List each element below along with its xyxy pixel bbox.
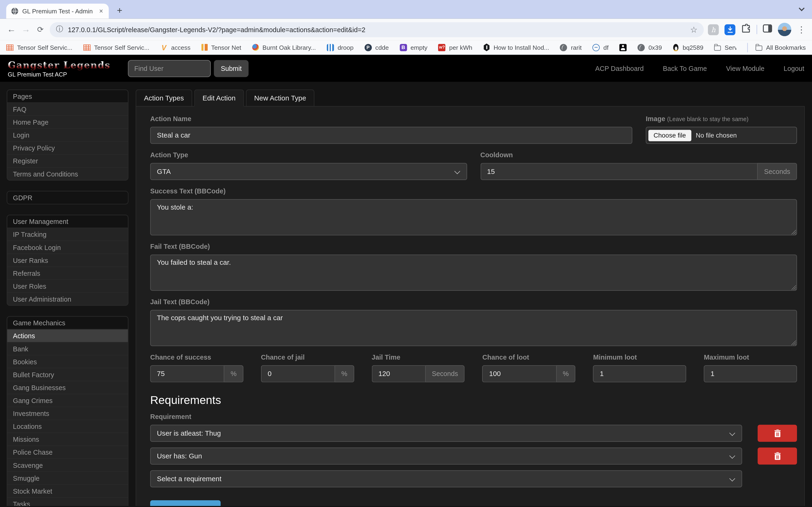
bookmark-item[interactable]: Burnt Oak Library... <box>252 44 316 51</box>
sidebar-item[interactable]: Investments <box>7 406 128 419</box>
forward-button[interactable]: → <box>18 22 33 37</box>
nav-acp-dashboard[interactable]: ACP Dashboard <box>595 64 644 72</box>
sidebar-item[interactable]: Bank <box>7 342 128 355</box>
sidebar-item[interactable]: Gang Businesses <box>7 381 128 394</box>
toolbar-icons: h ⋮ <box>708 23 808 36</box>
requirement-select[interactable]: User has: Gun <box>150 448 742 465</box>
tab-action-types[interactable]: Action Types <box>136 90 192 107</box>
browser-menu-icon[interactable]: ⋮ <box>797 24 806 35</box>
bookmark-icon <box>593 44 600 51</box>
tab-edit-action[interactable]: Edit Action <box>194 90 244 107</box>
bookmark-star-icon[interactable]: ☆ <box>690 25 698 35</box>
sidebar-item[interactable]: User Roles <box>7 279 128 292</box>
chevron-down-icon[interactable] <box>799 5 805 11</box>
sidebar-item[interactable]: Police Chase <box>7 446 128 458</box>
cooldown-addon: Seconds <box>757 163 797 180</box>
nav-view-module[interactable]: View Module <box>726 64 765 72</box>
sidebar-item[interactable]: User Administration <box>7 292 128 305</box>
nav-back-to-game[interactable]: Back To Game <box>663 64 707 72</box>
sidebar-item[interactable]: Bullet Factory <box>7 368 128 381</box>
sidebar-item[interactable]: FAQ <box>7 102 128 115</box>
submit-button[interactable]: Submit <box>214 60 249 77</box>
bookmark-icon <box>83 44 91 50</box>
bookmarks-right: All Bookmarks <box>747 43 806 52</box>
action-name-input[interactable] <box>150 127 632 144</box>
reload-button[interactable]: ⟳ <box>33 22 48 37</box>
all-bookmarks-button[interactable]: All Bookmarks <box>756 44 806 51</box>
bookmark-item[interactable]: Server Installs <box>714 44 737 51</box>
site-subtitle: GL Premium Test ACP <box>8 71 110 77</box>
toolbar-divider <box>757 25 757 34</box>
sidebar-item[interactable]: Terms and Conditions <box>7 167 128 180</box>
bookmark-item[interactable]: per kWh <box>439 44 472 51</box>
bookmark-item[interactable]: droop <box>327 44 354 51</box>
bookmark-item[interactable]: cdde <box>364 44 389 51</box>
stat-input[interactable] <box>372 365 425 382</box>
bookmark-item[interactable]: Tensor Self Servic... <box>6 44 72 51</box>
h-extension-icon[interactable]: h <box>708 24 719 35</box>
bookmark-item[interactable] <box>619 44 627 51</box>
main-area: Action Types Edit Action New Action Type… <box>136 90 805 506</box>
page-content: Pages FAQHome PageLoginPrivacy PolicyReg… <box>0 82 812 506</box>
sidebar-item[interactable]: Scavenge <box>7 458 128 471</box>
address-bar[interactable]: ⓘ 127.0.0.1/GLScript/release/Gangster-Le… <box>50 22 704 37</box>
sidebar-item[interactable]: Privacy Policy <box>7 141 128 154</box>
sidebar-item[interactable]: Register <box>7 154 128 167</box>
sidebar-item[interactable]: Bookies <box>7 355 128 368</box>
side-panel-icon[interactable] <box>763 24 772 35</box>
bookmark-item[interactable]: How to Install Nod... <box>483 44 549 51</box>
sidebar-item[interactable]: Gang Crimes <box>7 394 128 406</box>
stat-input[interactable] <box>261 365 335 382</box>
stat-input[interactable] <box>150 365 224 382</box>
action-type-select[interactable]: GTA <box>150 163 467 180</box>
sidebar-item[interactable]: Login <box>7 128 128 141</box>
sidebar-item[interactable]: Smuggle <box>7 471 128 484</box>
tab-new-action-type[interactable]: New Action Type <box>246 90 315 107</box>
stat-input[interactable] <box>483 365 556 382</box>
bookmark-item[interactable]: bq2589 <box>673 44 703 51</box>
bookmark-item[interactable]: Tensor Self Servic... <box>83 44 149 51</box>
bookmark-item[interactable]: 0x39 <box>638 44 662 51</box>
close-tab-icon[interactable]: × <box>98 8 104 14</box>
image-file-input[interactable]: Choose file No file chosen <box>646 127 797 144</box>
url-text[interactable]: 127.0.0.1/GLScript/release/Gangster-Lege… <box>68 25 686 33</box>
fail-text-area[interactable]: You failed to steal a car. <box>150 255 797 291</box>
sidebar-item[interactable]: IP Tracking <box>7 228 128 241</box>
requirement-select[interactable]: User is atleast: Thug <box>150 425 742 442</box>
stat-input[interactable] <box>704 365 797 382</box>
download-icon[interactable] <box>725 24 735 35</box>
new-tab-button[interactable]: + <box>113 3 126 17</box>
choose-file-button[interactable]: Choose file <box>649 129 691 141</box>
avatar[interactable] <box>778 23 791 36</box>
requirement-label: Requirement <box>150 413 797 420</box>
new-requirement-button[interactable]: New Requirement <box>150 500 221 506</box>
success-text-area[interactable]: You stole a: <box>150 199 797 235</box>
jail-text-area[interactable]: The cops caught you trying to steal a ca… <box>150 310 797 346</box>
delete-requirement-button[interactable] <box>758 425 797 442</box>
bookmark-item[interactable]: empty <box>400 44 427 51</box>
file-status: No file chosen <box>696 132 737 139</box>
cooldown-input[interactable] <box>480 163 757 180</box>
requirement-select[interactable]: Select a requirement <box>150 470 742 488</box>
delete-requirement-button[interactable] <box>758 448 797 465</box>
bookmark-item[interactable]: df <box>593 44 609 51</box>
back-button[interactable]: ← <box>4 22 19 37</box>
site-info-icon[interactable]: ⓘ <box>56 25 63 34</box>
sidebar-item[interactable]: Tasks <box>7 497 128 506</box>
bookmark-item[interactable]: access <box>160 44 191 51</box>
sidebar-item[interactable]: User Ranks <box>7 253 128 266</box>
sidebar-item[interactable]: Missions <box>7 433 128 446</box>
find-user-input[interactable] <box>128 60 211 77</box>
sidebar-item[interactable]: Referrals <box>7 266 128 279</box>
sidebar-item[interactable]: Home Page <box>7 115 128 128</box>
sidebar-item[interactable]: Facebook Login <box>7 241 128 253</box>
extensions-puzzle-icon[interactable] <box>741 23 751 36</box>
sidebar-item[interactable]: Actions <box>7 329 128 342</box>
stat-input[interactable] <box>593 365 686 382</box>
sidebar-item[interactable]: Locations <box>7 420 128 433</box>
bookmark-item[interactable]: Tensor Net <box>201 44 241 51</box>
sidebar-item[interactable]: Stock Market <box>7 484 128 497</box>
nav-logout[interactable]: Logout <box>783 64 804 72</box>
bookmark-item[interactable]: rarit <box>560 44 582 51</box>
browser-tab[interactable]: GL Premium Test - Admin Co × <box>6 3 109 18</box>
